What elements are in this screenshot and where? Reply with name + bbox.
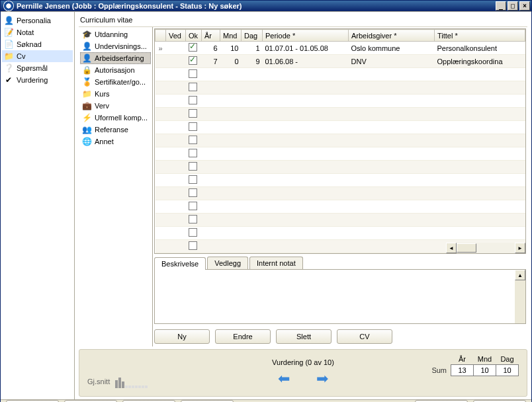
cell-aar: 6 <box>202 42 220 55</box>
category-label: Utdanning <box>95 30 128 38</box>
category-label: Arbeidserfaring <box>95 54 144 62</box>
column-header[interactable]: Arbeidsgiver * <box>349 30 435 42</box>
row-indicator: » <box>155 42 166 55</box>
nav-label: Personalia <box>17 17 51 24</box>
column-header[interactable] <box>155 30 166 42</box>
cv-category-autorisasjon[interactable]: 🔒Autorisasjon <box>80 64 151 76</box>
scroll-thumb[interactable] <box>457 243 476 253</box>
ny-button[interactable]: Ny <box>154 329 210 344</box>
category-label: Autorisasjon <box>95 66 135 74</box>
cell-ok[interactable] <box>186 55 202 68</box>
cell-ok[interactable] <box>186 42 202 55</box>
cv-category-undervisnings[interactable]: 👤Undervisnings... <box>80 40 151 52</box>
minimize-button[interactable]: _ <box>496 1 506 11</box>
table-row-empty[interactable] <box>155 81 525 95</box>
scroll-up-button[interactable]: ▲ <box>515 270 525 280</box>
nav-item-notat[interactable]: 📝Notat <box>2 26 73 38</box>
scroll-left-button[interactable]: ◄ <box>446 243 457 253</box>
nav-item-vurdering[interactable]: ✔Vurdering <box>2 74 73 86</box>
cell-tittel: Personalkonsulent <box>435 42 525 55</box>
table-row-empty[interactable] <box>155 174 525 187</box>
cell-periode: 01.07.01 - 01.05.08 <box>263 42 349 55</box>
titlebar[interactable]: Pernille Jensen (Jobb : Opplæringskonsul… <box>1 1 531 11</box>
cell-ved <box>166 55 186 68</box>
section-title: Curriculum vitae <box>75 12 531 26</box>
table-row[interactable]: 70901.06.08 -DNVOpplæringskoordina <box>155 55 525 68</box>
sum-mnd: 10 <box>474 365 496 376</box>
category-icon: 📁 <box>81 89 92 99</box>
nav-icon: 📄 <box>3 39 14 50</box>
nav-item-cv[interactable]: 📁Cv <box>2 50 73 62</box>
column-header[interactable]: Ok <box>186 30 202 42</box>
table-row-empty[interactable] <box>155 214 525 227</box>
slett-button[interactable]: Slett <box>276 329 332 344</box>
table-row-empty[interactable] <box>155 147 525 161</box>
tab-beskrivelse[interactable]: Beskrivelse <box>154 257 206 270</box>
gjsnitt-label: Gj.snitt <box>87 378 110 385</box>
horizontal-scrollbar[interactable]: ◄ ► <box>446 243 525 253</box>
detail-tabs: BeskrivelseVedleggInternt notat <box>154 257 526 270</box>
sum-header-dag: Dag <box>496 355 519 365</box>
column-header[interactable]: Periode * <box>263 30 349 42</box>
column-header[interactable]: Dag <box>242 30 263 42</box>
experience-grid[interactable]: VedOkÅrMndDagPeriode *Arbeidsgiver *Titt… <box>154 28 526 254</box>
table-row-empty[interactable] <box>155 108 525 121</box>
close-button[interactable]: × <box>519 1 530 11</box>
vurdering-prev-button[interactable]: ⬅ <box>266 370 302 387</box>
cv-category-uformellkomp[interactable]: ⚡Uformell komp... <box>80 112 151 124</box>
cell-ved <box>166 42 186 55</box>
vurdering-next-button[interactable]: ➡ <box>304 370 340 387</box>
scroll-right-button[interactable]: ► <box>515 243 525 253</box>
cv-category-utdanning[interactable]: 🎓Utdanning <box>80 28 151 40</box>
cv-category-referanse[interactable]: 👥Referanse <box>80 124 151 136</box>
sum-header-aar: År <box>451 355 474 365</box>
column-header[interactable]: År <box>202 30 220 42</box>
nav-icon: 📝 <box>3 27 14 38</box>
category-icon: ⚡ <box>81 112 92 123</box>
nav-item-spørsmål[interactable]: ❔Spørsmål <box>2 62 73 74</box>
cell-dag: 1 <box>242 42 263 55</box>
table-row-empty[interactable] <box>155 161 525 174</box>
maximize-button[interactable]: □ <box>508 1 518 11</box>
nav-item-søknad[interactable]: 📄Søknad <box>2 38 73 50</box>
cell-tittel: Opplæringskoordina <box>435 55 525 68</box>
cv-category-arbeidserfaring[interactable]: 👤Arbeidserfaring <box>80 52 151 64</box>
category-label: Annet <box>95 138 114 145</box>
table-row-empty[interactable] <box>155 68 525 81</box>
table-row-empty[interactable] <box>155 200 525 214</box>
endre-button[interactable]: Endre <box>215 329 271 344</box>
table-row-empty[interactable] <box>155 227 525 240</box>
column-header[interactable]: Ved <box>166 30 186 42</box>
nav-item-personalia[interactable]: 👤Personalia <box>2 15 73 26</box>
category-label: Referanse <box>95 126 128 134</box>
cell-mnd: 10 <box>220 42 242 55</box>
cell-periode: 01.06.08 - <box>263 55 349 68</box>
category-label: Sertifikater/go... <box>95 78 146 86</box>
column-header[interactable]: Tittel * <box>435 30 525 42</box>
description-textarea[interactable]: ▲ <box>154 270 526 324</box>
nav-icon: 👤 <box>3 15 14 26</box>
summary-panel: Gj.snitt Vurdering (0 av 10) ⬅ ➡ <box>79 349 527 397</box>
category-icon: 🌐 <box>81 136 92 147</box>
cell-mnd: 0 <box>220 55 242 68</box>
nav-label: Cv <box>17 52 25 60</box>
cell-arbeidsgiver: Oslo kommune <box>349 42 435 55</box>
category-icon: 👤 <box>81 41 92 52</box>
cv-category-verv[interactable]: 💼Verv <box>80 100 151 112</box>
tab-vedlegg[interactable]: Vedlegg <box>207 257 248 269</box>
cv-category-kurs[interactable]: 📁Kurs <box>80 88 151 100</box>
column-header[interactable]: Mnd <box>220 30 242 42</box>
table-row-empty[interactable] <box>155 95 525 108</box>
table-row-empty[interactable] <box>155 121 525 134</box>
category-icon: 💼 <box>81 100 92 111</box>
nav-icon: 📁 <box>3 51 14 61</box>
nav-label: Notat <box>17 28 34 36</box>
cv-category-annet[interactable]: 🌐Annet <box>80 136 151 147</box>
table-row[interactable]: »610101.07.01 - 01.05.08Oslo kommunePers… <box>155 42 525 55</box>
cv-button[interactable]: CV <box>337 329 392 344</box>
cv-category-sertifikatergo[interactable]: 🏅Sertifikater/go... <box>80 76 151 88</box>
table-row-empty[interactable] <box>155 134 525 147</box>
table-row-empty[interactable] <box>155 187 525 200</box>
tab-internt-notat[interactable]: Internt notat <box>249 257 303 269</box>
nav-label: Vurdering <box>17 76 48 84</box>
